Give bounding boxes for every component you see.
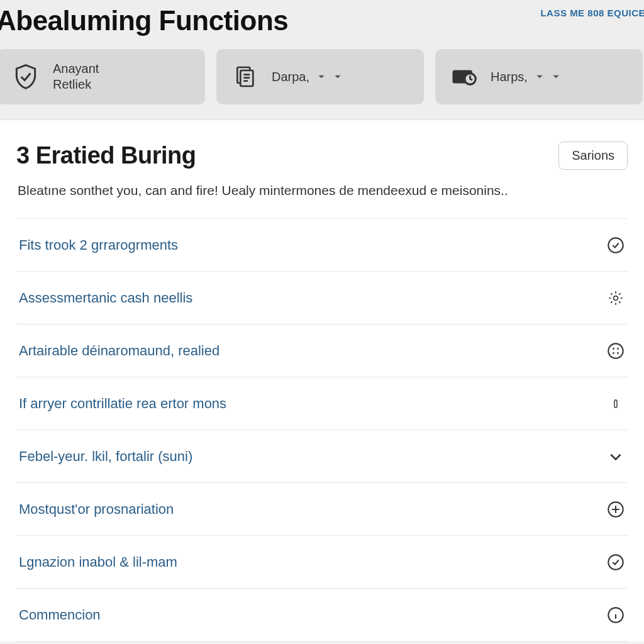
check-circle-icon bbox=[606, 553, 625, 572]
svg-point-9 bbox=[614, 296, 618, 300]
content-region: 3 Eratied Buring Sarions Bleatıne sonthe… bbox=[0, 120, 644, 641]
svg-point-11 bbox=[613, 348, 614, 350]
row-label: Fits trook 2 grrarogrments bbox=[19, 237, 178, 253]
header-region: Abealuming Functions LASS ME 808 EQUICE … bbox=[0, 0, 644, 120]
list-item[interactable]: Lgnazion inabol & lil-mam bbox=[16, 536, 628, 589]
dots-circle-icon bbox=[606, 341, 625, 360]
info-circle-icon bbox=[606, 606, 625, 625]
pill-label: Darpa, bbox=[272, 70, 309, 84]
caret-down-icon bbox=[552, 72, 560, 81]
pill-darpa[interactable]: Darpa, bbox=[216, 49, 424, 104]
card-clock-icon bbox=[449, 62, 478, 91]
header-link[interactable]: LASS ME 808 EQUICE bbox=[540, 8, 644, 18]
section-head: 3 Eratied Buring Sarions bbox=[16, 142, 628, 170]
list-item[interactable]: Commencion bbox=[16, 589, 628, 641]
section-description: Bleatıne sonthet you, can and fire! Ueal… bbox=[16, 181, 628, 199]
page-title: Abealuming Functions bbox=[0, 5, 288, 36]
item-list: Fits trook 2 grrarogrments Assessmertani… bbox=[16, 218, 628, 641]
pills-row: Anayant Retliek Darpa, bbox=[0, 49, 644, 104]
caret-down-icon bbox=[333, 72, 342, 81]
pill-icon bbox=[606, 394, 625, 413]
row-label: Commencion bbox=[19, 607, 101, 623]
documents-icon bbox=[230, 62, 259, 91]
svg-point-12 bbox=[617, 348, 619, 350]
check-circle-icon bbox=[606, 236, 625, 255]
chevron-down-icon bbox=[606, 447, 625, 466]
svg-point-8 bbox=[608, 238, 623, 252]
list-item[interactable]: Mostqust'or prosnariation bbox=[16, 483, 628, 536]
list-item[interactable]: Assessmertanic cash neellis bbox=[16, 272, 628, 325]
list-item[interactable]: Fits trook 2 grrarogrments bbox=[16, 219, 628, 272]
svg-point-13 bbox=[613, 352, 614, 354]
row-label: Mostqust'or prosnariation bbox=[19, 501, 174, 518]
pill-label: Harps, bbox=[491, 70, 528, 84]
list-item[interactable]: If arryer contrillatie rea ertor mons bbox=[16, 377, 628, 430]
shield-check-icon bbox=[11, 62, 40, 91]
pill-anayant[interactable]: Anayant Retliek bbox=[0, 49, 205, 104]
row-label: If arryer contrillatie rea ertor mons bbox=[19, 396, 226, 412]
gear-icon bbox=[606, 289, 625, 308]
title-row: Abealuming Functions LASS ME 808 EQUICE bbox=[0, 0, 644, 49]
pill-text: Anayant Retliek bbox=[53, 61, 99, 92]
row-label: Lgnazion inabol & lil-mam bbox=[19, 554, 177, 570]
pill-label-line2: Retliek bbox=[53, 77, 99, 92]
pill-harps[interactable]: Harps, bbox=[435, 49, 643, 104]
pill-label-row: Harps, bbox=[491, 70, 560, 84]
sarions-button[interactable]: Sarions bbox=[558, 142, 628, 170]
section-title: 3 Eratied Buring bbox=[16, 142, 196, 169]
list-item[interactable]: Artairable déinaromaund, realied bbox=[16, 325, 628, 377]
svg-point-17 bbox=[608, 555, 623, 569]
caret-down-icon bbox=[317, 72, 326, 81]
list-item[interactable]: Febel-yeur. lkil, fortalir (suni) bbox=[16, 430, 628, 483]
svg-point-14 bbox=[617, 352, 619, 354]
row-label: Febel-yeur. lkil, fortalir (suni) bbox=[19, 448, 192, 465]
caret-down-icon bbox=[535, 72, 544, 81]
svg-point-10 bbox=[608, 343, 623, 358]
pill-label-line1: Anayant bbox=[53, 61, 99, 77]
svg-rect-15 bbox=[614, 400, 617, 408]
row-label: Assessmertanic cash neellis bbox=[19, 290, 192, 306]
pill-label-row: Darpa, bbox=[272, 70, 342, 84]
row-label: Artairable déinaromaund, realied bbox=[19, 343, 219, 359]
plus-circle-icon bbox=[606, 500, 625, 519]
